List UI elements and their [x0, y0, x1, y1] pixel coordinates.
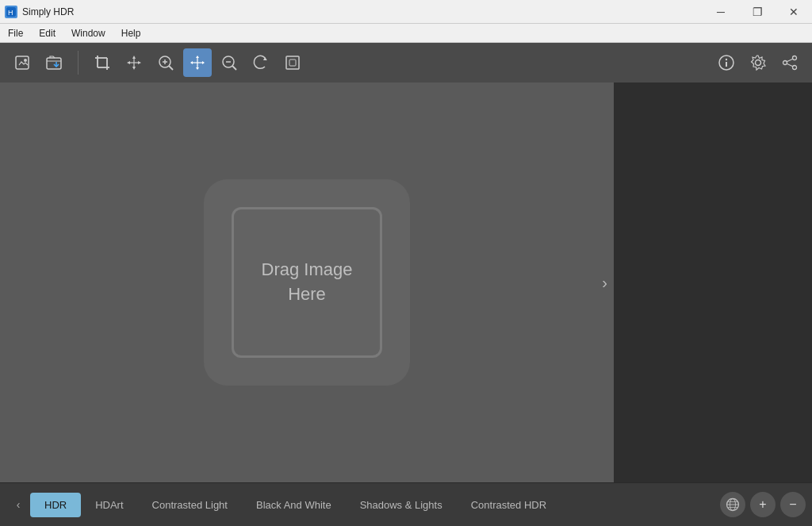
settings-button[interactable]	[744, 48, 772, 77]
presets-actions: + −	[720, 492, 806, 517]
titlebar: H Simply HDR ─ ❐ ✕	[0, 0, 812, 24]
svg-point-26	[756, 60, 761, 66]
svg-rect-22	[289, 60, 296, 66]
svg-line-13	[169, 66, 173, 70]
menu-help[interactable]: Help	[113, 24, 149, 42]
drop-zone[interactable]: Drag Image Here	[204, 179, 410, 386]
info-button[interactable]	[712, 48, 741, 77]
svg-text:H: H	[8, 9, 13, 17]
drop-text: Drag Image Here	[262, 258, 353, 307]
svg-line-19	[232, 66, 236, 70]
crop-button[interactable]	[88, 48, 117, 77]
svg-rect-4	[47, 58, 61, 69]
new-image-button[interactable]	[8, 48, 36, 77]
preset-tab-hdart[interactable]: HDArt	[81, 493, 137, 517]
fit-button[interactable]	[278, 48, 307, 77]
preset-tab-contrasted-light[interactable]: Contrasted Light	[138, 493, 242, 517]
open-image-button[interactable]	[40, 48, 68, 77]
close-button[interactable]: ✕	[776, 0, 812, 24]
svg-point-28	[783, 61, 787, 65]
svg-rect-21	[286, 56, 299, 69]
preset-remove-button[interactable]: −	[780, 492, 806, 517]
presets-scroll-left[interactable]: ‹	[6, 489, 30, 520]
svg-point-27	[793, 56, 797, 60]
preset-globe-button[interactable]	[720, 492, 745, 517]
main-area: Drag Image Here ›	[0, 83, 812, 482]
canvas-area[interactable]: Drag Image Here ›	[0, 83, 614, 482]
preset-add-button[interactable]: +	[750, 492, 776, 517]
preset-tab-black-and-white[interactable]: Black And White	[242, 493, 346, 517]
menu-file[interactable]: File	[0, 24, 31, 42]
preset-tab-shadows-lights[interactable]: Shadows & Lights	[346, 493, 457, 517]
right-panel	[614, 83, 812, 482]
expand-panel-button[interactable]: ›	[602, 274, 607, 292]
titlebar-controls: ─ ❐ ✕	[703, 0, 812, 24]
move-button[interactable]	[120, 48, 148, 77]
presets-tabs: HDR HDArt Contrasted Light Black And Whi…	[30, 493, 714, 517]
menu-edit[interactable]: Edit	[31, 24, 63, 42]
preset-tab-contrasted-hdr[interactable]: Contrasted HDR	[457, 493, 561, 517]
app-title: Simply HDR	[22, 6, 703, 17]
drop-zone-inner: Drag Image Here	[232, 207, 382, 358]
zoom-out-button[interactable]	[215, 48, 243, 77]
svg-line-31	[787, 63, 793, 67]
menu-window[interactable]: Window	[63, 24, 113, 42]
minimize-button[interactable]: ─	[703, 0, 739, 24]
pan-button[interactable]	[183, 48, 212, 77]
svg-point-25	[726, 59, 727, 60]
svg-point-3	[24, 59, 27, 62]
zoom-in-button[interactable]	[151, 48, 180, 77]
toolbar-separator-1	[78, 51, 79, 75]
menubar: File Edit Window Help	[0, 24, 812, 43]
preset-tab-hdr[interactable]: HDR	[30, 493, 81, 517]
toolbar	[0, 43, 812, 83]
export-button[interactable]	[776, 48, 804, 77]
rotate-button[interactable]	[247, 48, 275, 77]
app-icon: H	[5, 6, 17, 18]
svg-point-29	[793, 66, 797, 70]
svg-line-30	[787, 59, 793, 62]
restore-button[interactable]: ❐	[739, 0, 776, 24]
presets-bar: ‹ HDR HDArt Contrasted Light Black And W…	[0, 482, 812, 526]
